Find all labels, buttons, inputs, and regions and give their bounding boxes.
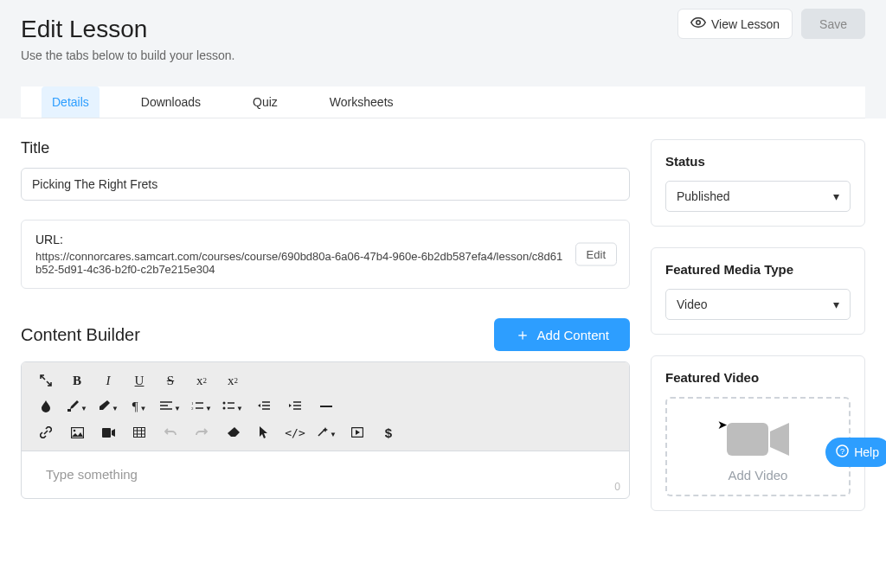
url-value: https://connorcares.samcart.com/courses/… — [35, 250, 615, 276]
svg-text:2: 2 — [191, 406, 194, 411]
dollar-icon[interactable]: $ — [373, 419, 404, 445]
magic-icon[interactable]: ▼ — [311, 419, 342, 445]
help-icon: ? — [836, 444, 849, 460]
image-icon[interactable] — [61, 419, 93, 445]
status-selected: Published — [677, 189, 730, 203]
page-title: Edit Lesson — [21, 16, 234, 43]
svg-rect-12 — [727, 423, 768, 456]
url-label: URL: — [35, 233, 615, 246]
table-icon[interactable] — [124, 419, 155, 445]
eraser-icon[interactable] — [217, 419, 248, 445]
tab-worksheets[interactable]: Worksheets — [319, 86, 404, 118]
editor-body[interactable]: Type something 0 — [22, 451, 629, 498]
url-card: URL: https://connorcares.samcart.com/cou… — [21, 220, 630, 289]
superscript-icon[interactable]: x2 — [217, 368, 248, 393]
help-label: Help — [854, 445, 879, 459]
svg-rect-10 — [134, 428, 145, 438]
italic-icon[interactable]: I — [93, 368, 124, 393]
undo-icon[interactable] — [155, 419, 186, 445]
editor-placeholder: Type something — [46, 467, 138, 482]
media-type-selected: Video — [677, 297, 708, 311]
tab-downloads[interactable]: Downloads — [131, 86, 211, 118]
ordered-list-icon[interactable]: 12▼ — [186, 393, 217, 419]
play-box-icon[interactable] — [342, 419, 373, 445]
svg-text:?: ? — [840, 447, 844, 456]
clear-format-icon[interactable]: ▼ — [93, 393, 124, 419]
eye-icon — [690, 16, 706, 31]
svg-point-8 — [73, 429, 75, 431]
expand-icon[interactable] — [30, 368, 61, 393]
view-lesson-button[interactable]: View Lesson — [677, 9, 793, 39]
view-lesson-label: View Lesson — [711, 17, 780, 31]
title-input[interactable] — [21, 168, 630, 201]
subscript-icon[interactable]: x2 — [186, 368, 217, 393]
tab-quiz[interactable]: Quiz — [242, 86, 288, 118]
add-content-label: Add Content — [537, 328, 609, 342]
media-type-card: Featured Media Type Video ▾ — [651, 247, 865, 335]
edit-url-button[interactable]: Edit — [575, 243, 617, 266]
pointer-icon[interactable] — [248, 419, 279, 445]
status-card: Status Published ▾ — [651, 139, 865, 227]
svg-text:1: 1 — [191, 401, 194, 406]
add-content-button[interactable]: ＋ Add Content — [494, 318, 630, 351]
save-button[interactable]: Save — [801, 9, 865, 39]
unordered-list-icon[interactable]: ▼ — [217, 393, 248, 419]
status-title: Status — [665, 154, 851, 169]
media-type-title: Featured Media Type — [665, 262, 851, 277]
title-label: Title — [21, 139, 630, 157]
svg-rect-1 — [67, 409, 71, 412]
tabs: Details Downloads Quiz Worksheets — [21, 86, 865, 118]
status-select[interactable]: Published ▾ — [665, 181, 851, 212]
char-count: 0 — [614, 481, 620, 493]
paragraph-icon[interactable]: ¶▼ — [124, 393, 155, 419]
align-icon[interactable]: ▼ — [155, 393, 186, 419]
link-icon[interactable] — [30, 419, 61, 445]
chevron-down-icon: ▾ — [833, 297, 839, 311]
ink-drop-icon[interactable] — [30, 393, 61, 419]
brush-icon[interactable]: ▼ — [61, 393, 93, 419]
indent-icon[interactable] — [279, 393, 311, 419]
plus-icon: ＋ — [515, 327, 530, 342]
content-editor: B I U S x2 x2 ▼ ▼ ¶▼ ▼ 12▼ ▼ — [21, 361, 630, 499]
code-icon[interactable]: </> — [279, 419, 311, 445]
add-video-label: Add Video — [729, 468, 788, 483]
underline-icon[interactable]: U — [124, 368, 155, 393]
svg-rect-6 — [320, 406, 332, 407]
svg-point-4 — [223, 402, 226, 405]
content-builder-title: Content Builder — [21, 325, 140, 345]
camera-icon — [727, 419, 789, 459]
featured-video-card: Featured Video ➤ Add Video — [651, 355, 865, 511]
svg-point-0 — [697, 21, 701, 25]
bold-icon[interactable]: B — [61, 368, 93, 393]
redo-icon[interactable] — [186, 419, 217, 445]
chevron-down-icon: ▾ — [833, 189, 839, 203]
add-video-dropzone[interactable]: ➤ Add Video — [665, 397, 851, 496]
outdent-icon[interactable] — [248, 393, 279, 419]
featured-video-title: Featured Video — [665, 370, 851, 385]
page-subtitle: Use the tabs below to build your lesson. — [21, 48, 234, 62]
help-button[interactable]: ? Help — [825, 438, 886, 467]
horizontal-rule-icon[interactable] — [311, 393, 342, 419]
media-type-select[interactable]: Video ▾ — [665, 289, 851, 320]
strike-icon[interactable]: S — [155, 368, 186, 393]
editor-toolbar: B I U S x2 x2 ▼ ▼ ¶▼ ▼ 12▼ ▼ — [22, 362, 629, 451]
tab-details[interactable]: Details — [42, 86, 100, 118]
video-icon[interactable] — [93, 419, 124, 445]
svg-point-5 — [223, 407, 226, 410]
svg-rect-9 — [102, 428, 111, 438]
